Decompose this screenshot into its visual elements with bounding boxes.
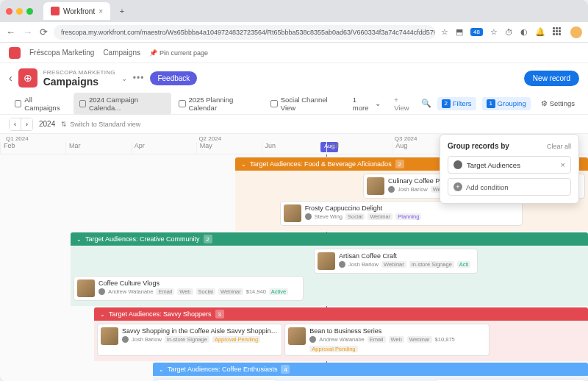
- chevron-down-icon: ⌄: [159, 366, 164, 373]
- group-label: Target Audiences: Food & Beverage Aficio…: [250, 160, 392, 168]
- group-header[interactable]: ⌄ Target Audiences: Savvy Shoppers 3: [94, 307, 588, 321]
- calendar-icon: [270, 100, 277, 107]
- view-all-campaigns[interactable]: All Campaigns: [9, 93, 72, 115]
- status-tag: Active: [269, 288, 288, 295]
- campaign-card[interactable]: Frosty Cappuccino Delight Steve WingSoci…: [280, 201, 523, 226]
- new-record-button[interactable]: New record: [524, 71, 579, 86]
- status-tag: Planning: [395, 213, 421, 220]
- more-menu[interactable]: •••: [133, 73, 145, 83]
- minimize-window[interactable]: [16, 8, 23, 15]
- view-2025-calendar[interactable]: 2025 Planning Calendar: [173, 93, 263, 115]
- window-controls[interactable]: [6, 8, 33, 15]
- owner: Andrew Watanabe: [108, 288, 153, 295]
- download-icon[interactable]: ⬒: [456, 27, 463, 37]
- status-tag: Approval Pending: [212, 336, 260, 343]
- add-view-button[interactable]: + View: [388, 93, 419, 115]
- notification-icon[interactable]: 🔔: [535, 27, 545, 37]
- card-title: Savvy Shopping in the Coffee Aisle Savvy…: [122, 327, 279, 335]
- address-bar[interactable]: frescopa.my.workfront.com/maestro/Ws65bb…: [54, 25, 435, 40]
- title-dropdown[interactable]: ⌄: [121, 74, 127, 82]
- star-icon[interactable]: ☆: [441, 27, 448, 37]
- back-chevron[interactable]: ‹: [9, 72, 12, 84]
- group-enthusiasts: ⌄ Target Audiences: Coffee Enthusiasts 4…: [153, 363, 588, 381]
- tag: Email: [368, 336, 386, 343]
- gear-icon: ⚙: [541, 99, 548, 107]
- group-count: 4: [281, 365, 290, 374]
- view-label: 2025 Planning Calendar: [189, 96, 258, 112]
- profile-avatar[interactable]: [570, 26, 582, 38]
- grouping-button[interactable]: 1Grouping: [482, 97, 531, 110]
- calendar-icon: [79, 100, 86, 107]
- settings-button[interactable]: ⚙Settings: [537, 97, 579, 110]
- breadcrumb-brand[interactable]: Fréscopa Marketing: [29, 49, 94, 57]
- group-label: Target Audiences: Creative Community: [85, 235, 200, 243]
- filters-button[interactable]: 2Filters: [437, 97, 476, 110]
- favicon: [51, 7, 60, 15]
- settings-label: Settings: [550, 99, 575, 107]
- tag: Email: [156, 288, 174, 295]
- prev-page[interactable]: ‹: [10, 118, 21, 130]
- status-tag: Approval Pending: [309, 346, 357, 352]
- group-header[interactable]: ⌄ Target Audiences: Coffee Enthusiasts 4: [153, 363, 588, 376]
- month: Mar: [65, 142, 131, 154]
- chevron-down-icon: ⌄: [76, 236, 82, 243]
- group-creative: ⌄ Target Audiences: Creative Community 2…: [71, 232, 588, 306]
- url-text: frescopa.my.workfront.com/maestro/Ws65bb…: [61, 29, 435, 36]
- card-thumbnail: [367, 177, 384, 195]
- next-page[interactable]: ›: [21, 118, 32, 130]
- budget: $14,940: [246, 288, 266, 295]
- apps-icon[interactable]: [553, 27, 563, 38]
- app-logo[interactable]: [9, 47, 21, 59]
- extension-badge[interactable]: 48: [470, 28, 483, 36]
- tag: Webinar: [368, 213, 392, 220]
- campaign-card[interactable]: Bean to Business Series Andrew WatanabeE…: [284, 324, 490, 356]
- remove-field-icon[interactable]: ×: [561, 160, 565, 169]
- plus-icon: +: [453, 182, 462, 191]
- month: Jul: [326, 142, 392, 154]
- pin-page[interactable]: 📌 Pin current page: [149, 49, 208, 57]
- close-window[interactable]: [6, 8, 12, 15]
- group-header[interactable]: ⌄ Target Audiences: Creative Community 2: [71, 232, 588, 246]
- back-button[interactable]: ←: [6, 26, 15, 38]
- group-savvy: ⌄ Target Audiences: Savvy Shoppers 3 Sav…: [94, 307, 588, 361]
- avatar-icon: [388, 186, 395, 193]
- view-2024-calendar[interactable]: 2024 Campaign Calenda...: [74, 93, 172, 115]
- campaign-card[interactable]: Coffee Culture Vlogs Andrew WatanabeEmai…: [74, 276, 304, 301]
- view-more[interactable]: 1 more ⌄: [347, 93, 387, 115]
- reload-button[interactable]: ⟳: [40, 26, 48, 38]
- browser-tab[interactable]: Workfront ×: [43, 2, 110, 20]
- card-title: Frosty Cappuccino Delight: [305, 204, 519, 212]
- add-condition-button[interactable]: + Add condition: [448, 178, 571, 196]
- pin-icon: 📌: [149, 49, 157, 57]
- bookmark-icon[interactable]: ☆: [490, 27, 498, 37]
- month: May: [196, 142, 262, 154]
- new-tab-button[interactable]: +: [115, 7, 129, 15]
- popup-title: Group records by: [448, 142, 509, 150]
- search-icon[interactable]: 🔍: [421, 99, 431, 108]
- avatar-icon: [122, 336, 129, 343]
- card-thumbnail: [77, 279, 95, 297]
- card-thumbnail: [318, 252, 335, 270]
- feedback-button[interactable]: Feedback: [150, 71, 197, 85]
- group-label: Target Audiences: Savvy Shoppers: [109, 310, 212, 318]
- campaign-card[interactable]: Artisan Coffee Craft Josh BarlowWebinarI…: [314, 249, 478, 274]
- tag: Social: [345, 213, 365, 220]
- clear-all-button[interactable]: Clear all: [547, 143, 571, 150]
- history-icon[interactable]: ⏱: [505, 28, 513, 37]
- forward-button[interactable]: →: [23, 26, 32, 38]
- browser-tab-strip: Workfront × +: [0, 0, 588, 22]
- view-social-channel[interactable]: Social Channel View: [265, 93, 345, 115]
- calendar-icon: [179, 100, 185, 107]
- year-label: 2024: [39, 120, 55, 128]
- avatar-icon: [339, 261, 345, 268]
- campaign-card[interactable]: Savvy Shopping in the Coffee Aisle Savvy…: [97, 324, 282, 356]
- owner: Josh Barlow: [398, 186, 428, 193]
- view-more-label: 1 more: [353, 96, 372, 112]
- maximize-window[interactable]: [26, 8, 33, 15]
- breadcrumb-section[interactable]: Campaigns: [103, 49, 140, 57]
- close-tab-icon[interactable]: ×: [98, 7, 103, 15]
- help-icon[interactable]: ◐: [520, 27, 528, 37]
- grid-icon: [15, 100, 21, 107]
- page-icon: ⊕: [18, 68, 37, 88]
- switch-view[interactable]: ⇅ Switch to Standard view: [61, 121, 140, 128]
